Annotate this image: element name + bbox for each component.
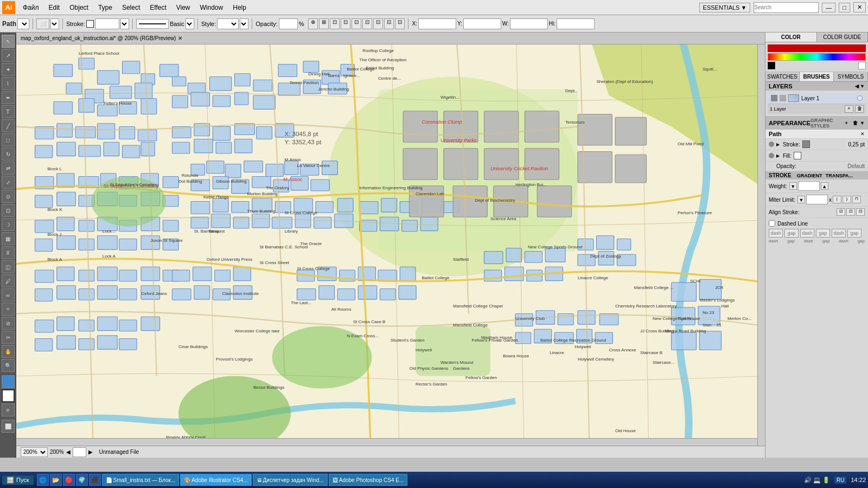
miter-input[interactable]: 4 — [806, 195, 828, 204]
cap-butt-btn[interactable]: | — [833, 196, 841, 203]
fill-color-swatch[interactable] — [2, 375, 15, 388]
align-center-stroke-btn[interactable]: ⊡ — [837, 208, 845, 216]
sys-tray-area[interactable]: 🔊 💻 🔋 — [804, 477, 830, 484]
minimize-button[interactable]: — — [822, 3, 835, 12]
layers-options-icon[interactable]: ▼ — [860, 84, 865, 89]
black-swatch[interactable] — [768, 62, 775, 69]
delete-layer-btn[interactable]: 🗑 — [855, 105, 864, 113]
start-button[interactable]: 🪟 Пуск — [2, 476, 34, 485]
h-input[interactable]: 4479,232 pt — [557, 18, 595, 29]
path-shape-icon[interactable]: ⬜ — [36, 18, 49, 29]
new-layer-btn[interactable]: + — [845, 105, 853, 113]
tray-icon-3[interactable]: 🔴 — [63, 474, 75, 486]
dashed-line-checkbox[interactable] — [769, 220, 775, 227]
screen-mode-btn[interactable]: ⬜ — [2, 420, 15, 433]
align-inside-stroke-btn[interactable]: ⊡ — [846, 208, 855, 216]
path-shape-select[interactable] — [50, 18, 59, 29]
align-right-icon[interactable]: ⊡ — [362, 18, 372, 29]
appearance-eye-stroke[interactable] — [769, 142, 774, 147]
taskbar-language[interactable]: RU — [834, 477, 846, 484]
align-left-icon[interactable]: ⊡ — [330, 18, 340, 29]
menu-item-select[interactable]: Select — [118, 3, 144, 12]
zoom-tool[interactable]: 🔍 — [2, 359, 15, 372]
tray-icon-2[interactable]: 📂 — [50, 474, 62, 486]
fill-expand-icon[interactable]: ▶ — [776, 153, 781, 158]
next-page-btn[interactable]: ▶ — [88, 449, 93, 455]
weight-input[interactable]: 0.25 pt — [798, 181, 820, 191]
scissors-tool[interactable]: ✂ — [2, 331, 15, 344]
opacity-input[interactable]: 100 — [279, 18, 298, 29]
distribute-icon[interactable]: ⊡ — [352, 18, 361, 29]
transparency-tab-label[interactable]: TRANSPA... — [826, 173, 853, 178]
cap-round-btn[interactable]: ) — [843, 196, 851, 203]
x-input[interactable]: 2833,417 pt — [418, 18, 456, 29]
fill-color-preview[interactable] — [794, 152, 801, 159]
y-input[interactable]: 3375,269 pt — [463, 18, 501, 29]
weight-increase-btn[interactable]: ▲ — [821, 182, 828, 190]
appearance-options-btn[interactable]: ▼ — [860, 120, 865, 126]
taskbar-item-taskmanager[interactable]: 🖥 Диспетчер задач Wind... — [253, 474, 328, 486]
close-button[interactable]: ✕ — [853, 2, 866, 12]
graph-tool[interactable]: ▦ — [2, 232, 15, 245]
search-input[interactable] — [754, 2, 819, 13]
page-input[interactable]: 1 — [73, 447, 86, 457]
miter-decrease-btn[interactable]: ▼ — [797, 196, 805, 203]
cap-square-btn[interactable]: ⊓ — [852, 196, 861, 203]
appearance-delete-btn[interactable]: 🗑 — [851, 120, 859, 126]
blend-tool[interactable]: ∞ — [2, 288, 15, 301]
weight-decrease-btn[interactable]: ▼ — [789, 182, 797, 190]
align-center-icon[interactable]: ⊡ — [341, 18, 350, 29]
layer-target-icon[interactable] — [857, 95, 863, 101]
path-select[interactable] — [17, 18, 29, 29]
layers-expand-icon[interactable]: ◀ — [855, 84, 859, 89]
basic-select[interactable] — [186, 18, 194, 29]
warp-tool[interactable]: ⊙ — [2, 190, 15, 203]
symbol-sprayer-tool[interactable]: ☽ — [2, 218, 15, 231]
horizontal-scrollbar[interactable] — [16, 438, 757, 446]
pen-tool[interactable]: ✒ — [2, 91, 15, 104]
slice-tool[interactable]: ⌗ — [2, 303, 15, 316]
color-tab[interactable]: COLOR — [765, 33, 817, 42]
prev-page-btn[interactable]: ◀ — [66, 449, 71, 455]
appearance-clear-btn[interactable]: ✕ — [860, 131, 865, 137]
vertical-scrollbar[interactable] — [757, 44, 765, 446]
dash3-input[interactable] — [832, 229, 846, 237]
align-icon[interactable]: ⊞ — [319, 18, 329, 29]
w-input[interactable]: 5558,051 pt — [510, 18, 548, 29]
menu-item-object[interactable]: Object — [65, 3, 93, 12]
gradient-tab-label[interactable]: GRADIENT — [797, 173, 822, 178]
reflect-tool[interactable]: ⇌ — [2, 162, 15, 175]
layer-visibility-eye[interactable] — [771, 95, 777, 101]
symbols-tab[interactable]: SYMBOLS — [834, 72, 868, 81]
style-select[interactable] — [217, 18, 239, 29]
free-transform-tool[interactable]: ⊡ — [2, 204, 15, 217]
essentials-button[interactable]: ESSENTIALS ▼ — [699, 3, 751, 12]
none-swatch[interactable]: ⊘ — [2, 403, 15, 416]
menu-item-effect[interactable]: Effect — [145, 3, 170, 12]
brushes-tab[interactable]: BRUSHES — [800, 72, 834, 81]
tray-icon-5[interactable]: ⬛ — [89, 474, 101, 486]
align-middle-icon[interactable]: ⊡ — [384, 18, 394, 29]
eraser-tool[interactable]: ⊘ — [2, 317, 15, 330]
menu-item-type[interactable]: Type — [94, 3, 117, 12]
taskbar-item-notepad[interactable]: 📄 Small_instra.txt — Блок... — [102, 474, 180, 486]
tray-icon-1[interactable]: 🌐 — [37, 474, 49, 486]
type-tool[interactable]: T — [2, 105, 15, 118]
layer-lock-icon[interactable] — [780, 95, 786, 101]
mesh-tool[interactable]: # — [2, 246, 15, 259]
swatches-tab[interactable]: SWATCHES — [765, 72, 800, 81]
direct-selection-tool[interactable]: ↗ — [2, 49, 15, 62]
menu-item-window[interactable]: Window — [196, 3, 228, 12]
gap2-input[interactable] — [816, 229, 830, 237]
resize-icon[interactable]: ⊕ — [308, 18, 318, 29]
menu-item-file[interactable]: Файл — [18, 3, 43, 12]
menu-item-view[interactable]: View — [172, 3, 195, 12]
map-canvas[interactable]: University Parks University Cricket Pavi… — [16, 44, 765, 446]
zoom-select[interactable]: 200% — [21, 447, 48, 457]
appearance-add-btn[interactable]: + — [843, 120, 850, 126]
appearance-eye-fill[interactable] — [769, 153, 774, 158]
scale-tool[interactable]: ⤢ — [2, 176, 15, 189]
color-red-swatch[interactable] — [768, 44, 866, 52]
tray-icon-4[interactable]: 🌍 — [76, 474, 88, 486]
line-tool[interactable]: ╱ — [2, 119, 15, 132]
